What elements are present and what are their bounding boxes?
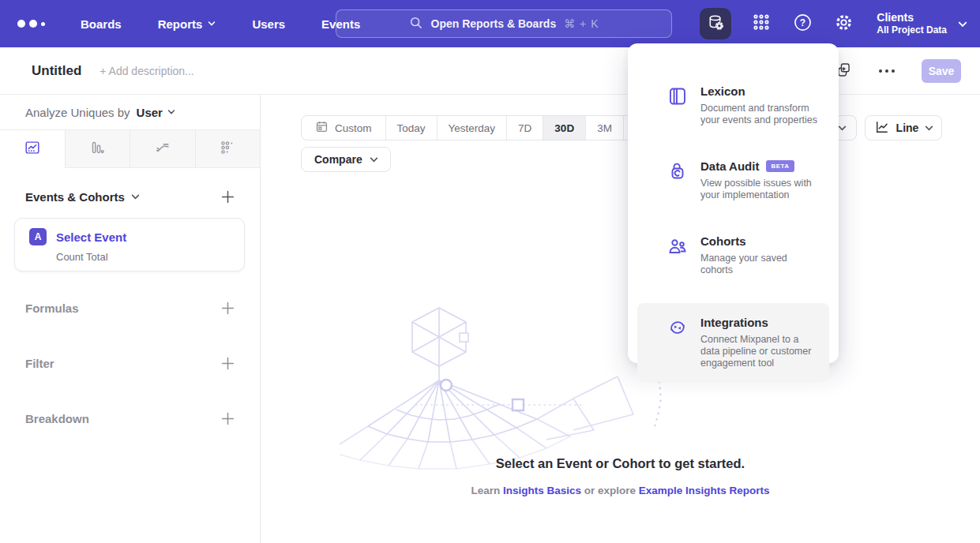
apps-grid-icon <box>752 13 771 35</box>
example-insights-reports-link[interactable]: Example Insights Reports <box>639 485 770 496</box>
compare-dropdown[interactable]: Compare <box>301 147 391 172</box>
data-audit-icon <box>667 161 688 182</box>
nav-item-label: Users <box>252 17 285 31</box>
event-card[interactable]: A Select Event Count Total <box>14 218 245 272</box>
settings-button[interactable] <box>832 13 854 35</box>
date-range-today[interactable]: Today <box>385 116 437 140</box>
menu-item-title: Cohorts <box>700 234 746 248</box>
query-builder-sidebar: Analyze Uniques by User <box>0 95 261 543</box>
chevron-down-icon <box>167 108 175 116</box>
cohorts-icon <box>667 236 688 257</box>
question-circle-icon: ? <box>793 13 813 36</box>
data-management-button[interactable] <box>700 8 731 39</box>
chart-type-tabs <box>0 130 260 168</box>
menu-item-title: Integrations <box>700 316 768 329</box>
menu-item-title: Lexicon <box>700 84 745 98</box>
nav-item-label: Reports <box>158 17 203 31</box>
search-shortcut: ⌘ + K <box>564 17 599 30</box>
menu-item-description: Connect Mixpanel to a data pipeline or c… <box>700 334 818 369</box>
formulas-section: Formulas <box>0 301 260 315</box>
svg-text:?: ? <box>800 17 805 28</box>
menu-item-integrations[interactable]: Integrations Connect Mixpanel to a data … <box>637 303 829 382</box>
integrations-icon <box>667 317 688 338</box>
org-name: Clients <box>877 11 947 24</box>
report-title[interactable]: Untitled <box>32 63 81 79</box>
add-description-field[interactable]: + Add description... <box>100 65 193 77</box>
date-range-label: 7D <box>518 122 531 134</box>
data-management-menu: Lexicon Document and transform your even… <box>628 43 839 363</box>
analyze-by-dropdown[interactable]: User <box>137 106 175 119</box>
analyze-value: User <box>137 106 163 119</box>
tab-retention-grid[interactable] <box>195 130 261 167</box>
line-chart-icon <box>874 119 890 137</box>
date-range-7d[interactable]: 7D <box>506 116 543 140</box>
nav-item-boards[interactable]: Boards <box>81 17 122 31</box>
search-placeholder: Open Reports & Boards <box>431 17 557 30</box>
menu-item-data-audit[interactable]: Data Audit BETA View possible issues wit… <box>637 147 829 214</box>
top-navbar: Boards Reports Users Events Open Reports… <box>0 0 980 47</box>
date-range-yesterday[interactable]: Yesterday <box>437 116 507 140</box>
navbar-right: ? Clients All Project Data <box>700 0 966 47</box>
date-range-label: 3M <box>597 122 612 134</box>
date-range-3m[interactable]: 3M <box>585 116 623 140</box>
empty-state: Select an Event or Cohort to get started… <box>261 456 980 496</box>
event-letter-badge: A <box>29 228 47 245</box>
tab-flows[interactable] <box>130 130 195 167</box>
events-cohorts-label: Events & Cohorts <box>25 190 125 204</box>
add-event-button[interactable] <box>220 189 235 204</box>
explore-text: or explore <box>584 485 636 496</box>
lexicon-icon <box>667 86 688 107</box>
date-range-30d[interactable]: 30D <box>543 116 585 140</box>
add-breakdown-button[interactable] <box>220 411 235 425</box>
gear-icon <box>834 13 854 36</box>
add-formula-button[interactable] <box>220 301 235 315</box>
filter-label: Filter <box>25 357 54 370</box>
formulas-label: Formulas <box>25 301 79 315</box>
help-button[interactable]: ? <box>791 13 813 35</box>
apps-grid-button[interactable] <box>750 13 772 35</box>
menu-item-description: Document and transform your events and p… <box>700 103 818 126</box>
chart-type-label: Line <box>896 122 919 134</box>
chart-style-dropdown[interactable]: Line <box>865 115 942 140</box>
filter-section: Filter <box>0 356 260 370</box>
nav-item-users[interactable]: Users <box>252 17 285 31</box>
empty-state-links: Learn Insights Basics or explore Example… <box>261 485 980 496</box>
add-filter-button[interactable] <box>220 356 235 370</box>
global-search-input[interactable]: Open Reports & Boards ⌘ + K <box>336 9 672 38</box>
analyze-row: Analyze Uniques by User <box>0 95 260 130</box>
tab-bar-chart[interactable] <box>65 130 130 167</box>
flows-icon <box>154 139 171 159</box>
menu-item-lexicon[interactable]: Lexicon Document and transform your even… <box>637 72 829 139</box>
compare-label: Compare <box>314 153 362 166</box>
date-range-label: Custom <box>335 122 372 134</box>
chevron-down-icon <box>958 20 966 28</box>
tab-line-chart[interactable] <box>0 130 65 168</box>
beta-badge: BETA <box>766 160 794 172</box>
chevron-down-icon <box>131 193 139 200</box>
date-range-label: 30D <box>554 122 574 134</box>
calendar-icon <box>315 120 329 136</box>
analyze-label: Analyze Uniques by <box>25 106 130 119</box>
line-chart-framed-icon <box>24 139 41 159</box>
menu-item-title: Data Audit <box>700 159 759 173</box>
database-gear-icon <box>707 13 725 35</box>
menu-item-cohorts[interactable]: Cohorts Manage your saved cohorts <box>637 222 829 289</box>
save-button[interactable]: Save <box>922 59 961 83</box>
chevron-down-icon <box>925 124 933 132</box>
date-range-custom[interactable]: Custom <box>302 116 385 140</box>
primary-nav: Boards Reports Users Events <box>81 17 360 31</box>
project-selector[interactable]: Clients All Project Data <box>877 11 966 36</box>
event-aggregation[interactable]: Count Total <box>56 251 244 263</box>
nav-item-label: Boards <box>81 17 122 31</box>
more-options-button[interactable] <box>879 69 895 73</box>
project-name: All Project Data <box>877 24 947 36</box>
chevron-down-icon <box>208 20 216 28</box>
nav-item-reports[interactable]: Reports <box>158 17 216 31</box>
mixpanel-insights-app: Boards Reports Users Events Open Reports… <box>0 0 980 543</box>
insights-basics-link[interactable]: Insights Basics <box>503 485 581 496</box>
date-range-label: Yesterday <box>449 122 496 134</box>
mixpanel-logo-icon[interactable] <box>17 20 52 28</box>
select-event-button[interactable]: Select Event <box>56 230 126 244</box>
learn-text: Learn <box>471 485 500 496</box>
events-cohorts-dropdown[interactable]: Events & Cohorts <box>25 190 139 204</box>
